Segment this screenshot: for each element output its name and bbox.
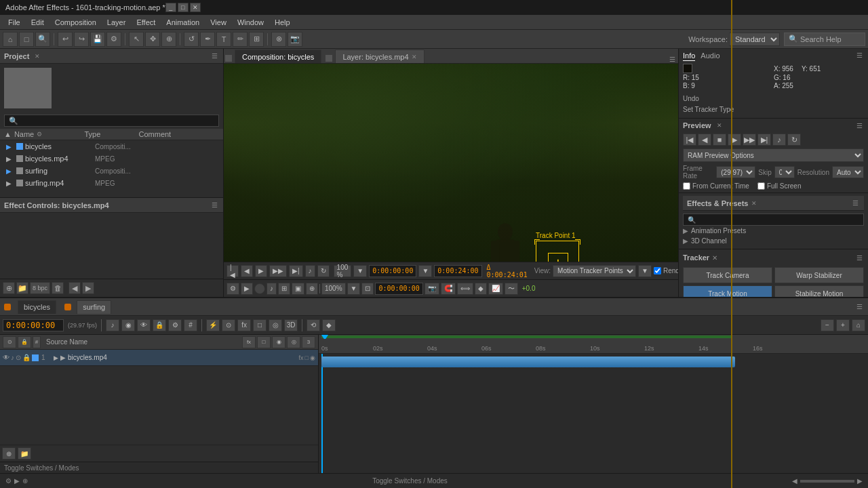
tl-settings-btn[interactable]: ⚙ (226, 283, 239, 295)
tl-snap-btn[interactable]: 🧲 (441, 283, 456, 295)
prev-audio-btn[interactable]: ♪ (772, 134, 786, 146)
paint-tool[interactable]: ✏ (233, 32, 248, 47)
toggle-switches-label[interactable]: Toggle Switches / Modes (4, 464, 79, 472)
prev-play-btn[interactable]: ▶ (728, 134, 741, 146)
menu-file[interactable]: File (3, 17, 26, 28)
effects-menu-btn[interactable]: ☰ (851, 199, 860, 207)
tl-zoom-dropdown[interactable]: ▼ (347, 283, 361, 295)
select-tool[interactable]: ↖ (129, 32, 144, 47)
tl-quality-toggle[interactable]: ◉ (121, 319, 135, 331)
tl-zoom-in[interactable]: + (836, 319, 850, 331)
tl-tab-surfing[interactable]: surfing (77, 300, 111, 314)
status-nav-slider[interactable] (800, 480, 854, 483)
tl-frame-blend[interactable]: □ (253, 319, 267, 331)
search-help-box[interactable]: 🔍 Search Help (784, 33, 865, 46)
track-point-inner[interactable]: ✛ (548, 253, 568, 262)
menu-window[interactable]: Window (232, 17, 269, 28)
tl-time-display[interactable]: 0:00:00:00 (3, 319, 64, 331)
lh-solo[interactable]: ⊙ (3, 336, 16, 348)
status-icon-1[interactable]: ⚙ (5, 477, 12, 485)
lh-motionblur[interactable]: ◎ (287, 336, 300, 348)
tl-audio-toggle[interactable]: ♪ (106, 319, 119, 331)
last-frame-btn[interactable]: ▶| (289, 265, 303, 277)
effects-search-input[interactable] (683, 214, 864, 226)
magnify-btn[interactable]: 100 % (334, 265, 352, 277)
home-tool[interactable]: ⌂ (3, 32, 18, 47)
bpc-btn[interactable]: 8 bpc (30, 282, 50, 294)
layer-row-1[interactable]: 👁 ♪ ⊙ 🔒 1 ▶ ▶ bicycles.mp4 fx □ ◉ (0, 350, 318, 366)
tab-layer-close[interactable]: ✕ (412, 54, 417, 60)
zoom-tool[interactable]: ⊕ (161, 32, 176, 47)
stabilize-motion-button[interactable]: Stabilize Motion (774, 285, 864, 297)
project-menu-btn[interactable]: ☰ (210, 52, 219, 60)
status-nav-right[interactable]: ▶ (857, 477, 863, 485)
layer-1-fx-icon[interactable]: fx (299, 354, 304, 361)
project-item-bicycles-mp4[interactable]: ▶ bicycles.mp4 MPEG (0, 152, 223, 165)
prev-stop-btn[interactable]: ■ (713, 134, 726, 146)
menu-effect[interactable]: Effect (131, 17, 161, 28)
tl-menu-btn[interactable]: ☰ (855, 303, 864, 310)
render-checkbox[interactable] (654, 267, 661, 274)
tl-motion-blur[interactable]: ◎ (269, 319, 282, 331)
next-frame-btn[interactable]: ▶▶ (269, 265, 287, 277)
delete-btn[interactable]: 🗑 (52, 282, 64, 294)
timeline-playhead[interactable] (321, 354, 323, 473)
text-tool[interactable]: T (216, 32, 231, 47)
tl-num-toggle[interactable]: # (184, 319, 197, 331)
tl-current-time[interactable]: 0:00:00:00 (375, 283, 422, 295)
tab-layer-bicycles[interactable]: Layer: bicycles.mp4 ✕ (335, 49, 424, 63)
workspace-select[interactable]: Standard (729, 33, 780, 46)
rotate-tool[interactable]: ↺ (184, 32, 199, 47)
menu-edit[interactable]: Edit (26, 17, 50, 28)
choose-channel-btn[interactable]: ▼ (353, 265, 367, 277)
layer-1-quality-icon[interactable]: ◉ (310, 354, 315, 361)
layer-1-blend-icon[interactable]: □ (305, 354, 309, 361)
frame-rate-select[interactable]: (29.97) (716, 166, 755, 178)
hand-tool[interactable]: ✥ (145, 32, 160, 47)
animation-presets-item[interactable]: ▶ Animation Presets (683, 226, 864, 236)
tl-audio-btn[interactable]: ♪ (267, 283, 277, 295)
render-tool[interactable]: ⚙ (106, 32, 121, 47)
layer-1-audio[interactable]: ♪ (11, 354, 14, 361)
menu-layer[interactable]: Layer (102, 17, 132, 28)
col-name-header[interactable]: ▲ Name ⚙ (4, 130, 85, 138)
save-tool[interactable]: 💾 (90, 32, 105, 47)
tl-parent-btn[interactable]: ⟲ (307, 319, 320, 331)
lh-3d[interactable]: 3 (302, 336, 315, 348)
layer-1-solo[interactable]: ⊙ (16, 354, 21, 361)
tl-pixel-btn[interactable]: ⊡ (361, 283, 374, 295)
tl-stretch-btn[interactable]: ⟺ (457, 283, 473, 295)
full-screen-label[interactable]: Full Screen (757, 182, 802, 190)
project-search-input[interactable] (4, 115, 219, 127)
play-btn[interactable]: ▶ (255, 265, 267, 277)
tl-lock-toggle[interactable]: 🔒 (153, 319, 166, 331)
tl-3d-btn[interactable]: ⊕ (306, 283, 318, 295)
lh-blend[interactable]: □ (257, 336, 271, 348)
lh-fx[interactable]: fx (242, 336, 256, 348)
tl-btn-folder[interactable]: 📁 (18, 447, 31, 460)
tl-keyframe-assist[interactable]: ◆ (322, 319, 336, 331)
status-icon-2[interactable]: ▶ (14, 477, 20, 485)
status-icon-3[interactable]: ⊕ (22, 477, 28, 485)
menu-composition[interactable]: Composition (50, 17, 102, 28)
view-mode-select[interactable]: Motion Tracker Points (553, 265, 636, 277)
effect-controls-menu[interactable]: ☰ (210, 201, 219, 209)
tl-mask-btn[interactable]: ⊙ (222, 319, 235, 331)
viewer-menu-btn[interactable]: ☰ (668, 56, 677, 63)
tl-color-btn[interactable] (254, 283, 265, 294)
tl-keyframe-btn[interactable]: ◆ (475, 283, 487, 295)
folder-btn[interactable]: 📁 (16, 282, 28, 294)
right-arrow-btn[interactable]: ▶ (82, 282, 94, 294)
project-item-bicycles[interactable]: ▶ bicycles Compositi... (0, 140, 223, 152)
minimize-button[interactable]: _ (165, 3, 176, 12)
menu-help[interactable]: Help (269, 17, 296, 28)
time-arrow-btn[interactable]: ▼ (418, 265, 432, 277)
prev-first-btn[interactable]: |◀ (683, 134, 696, 146)
camera-tool[interactable]: 📷 (288, 32, 302, 47)
track-point-box[interactable]: ✛ (536, 241, 579, 262)
layer-1-lock[interactable]: 🔒 (22, 354, 31, 361)
tl-switch-btn[interactable]: ⚡ (206, 319, 220, 331)
from-current-checkbox[interactable] (683, 182, 690, 190)
tl-visibility-toggle[interactable]: 👁 (137, 319, 151, 331)
tl-btn-new-solid[interactable]: ⊕ (2, 447, 16, 460)
